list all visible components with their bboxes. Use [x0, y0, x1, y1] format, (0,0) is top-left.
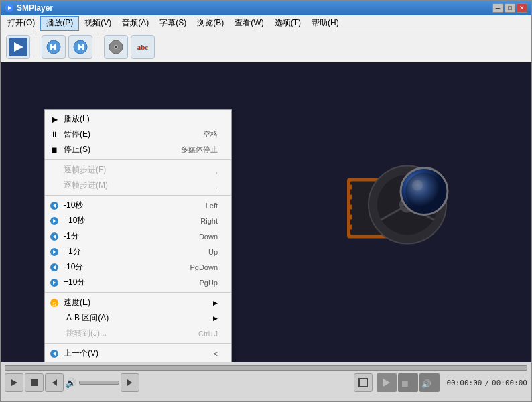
back10s-label: -10秒: [64, 200, 192, 211]
menu-sep-4: [45, 343, 231, 344]
time-current: 00:00:00: [446, 379, 482, 387]
menu-entry-wrap-fwd10s: +10秒 Right: [45, 213, 231, 228]
menu-sep-2: [45, 195, 231, 196]
menu-entry-back10s[interactable]: -10秒 Left: [45, 198, 231, 213]
progress-track[interactable]: [5, 365, 527, 371]
menu-browse[interactable]: 浏览(B): [192, 16, 229, 31]
title-bar-buttons: ─ □ ✕: [492, 3, 527, 13]
back1m-shortcut: Down: [199, 232, 218, 241]
menu-entry-wrap-speed: S 速度(E): [45, 295, 231, 310]
menu-entry-prev[interactable]: 上一个(V) <: [45, 346, 231, 361]
menu-entry-frame-fwd[interactable]: 逐帧步进(M) .: [45, 178, 231, 193]
fwd10s-label: +10秒: [64, 215, 187, 226]
close-button[interactable]: ✕: [517, 3, 527, 13]
fwd1m-icon: [49, 247, 60, 257]
menu-entry-frame-back[interactable]: 逐帧步进(F) ,: [45, 162, 231, 178]
maximize-button[interactable]: □: [505, 3, 515, 13]
svg-rect-19: [349, 225, 352, 230]
menu-entry-wrap-pause: ⏸ 暂停(E) 空格: [45, 127, 231, 142]
stop-ctrl-button[interactable]: [25, 373, 44, 392]
svg-marker-55: [52, 379, 57, 386]
volume-area: 🔊: [65, 377, 119, 388]
fwd10m-label: +10分: [64, 277, 186, 288]
menu-entry-abloop[interactable]: A-B 区间(A): [45, 310, 231, 326]
volume-icon: 🔊: [65, 377, 76, 388]
goto-shortcut: Ctrl+J: [198, 330, 218, 338]
fullscreen-button[interactable]: [354, 373, 373, 392]
window-title: SMPlayer: [17, 3, 53, 13]
menu-view[interactable]: 查看(W): [229, 16, 269, 31]
menu-entry-wrap-fwd10m: +10分 PgUp: [45, 275, 231, 290]
menu-sep-1: [45, 159, 231, 160]
toolbar-sep-2: [98, 37, 98, 57]
abloop-label: A-B 区间(A): [64, 312, 206, 324]
play-dropdown-menu: ▶ 播放(L) ⏸ 暂停(E) 空格 ⏹ 停止(S) 多媒体停止: [44, 109, 232, 362]
title-bar-left: SMPlayer: [5, 3, 53, 13]
pause-shortcut: 空格: [203, 129, 218, 139]
svg-rect-6: [50, 44, 52, 50]
subtitle-button[interactable]: abc: [131, 35, 155, 59]
prev-ctrl-button[interactable]: [45, 373, 64, 392]
menu-entry-fwd10m[interactable]: +10分 PgUp: [45, 275, 231, 290]
menu-audio[interactable]: 音频(A): [117, 16, 154, 31]
menu-play[interactable]: 播放(P): [40, 16, 79, 31]
menu-entry-wrap-frame-back: 逐帧步进(F) ,: [45, 162, 231, 178]
menu-subtitle[interactable]: 字幕(S): [154, 16, 192, 31]
menu-entry-pause[interactable]: ⏸ 暂停(E) 空格: [45, 127, 231, 142]
menu-entry-wrap-fwd1m: +1分 Up: [45, 244, 231, 259]
svg-point-33: [405, 173, 443, 210]
next-ctrl-button[interactable]: [121, 373, 139, 392]
back10m-icon: [49, 262, 60, 273]
prev-button[interactable]: [42, 35, 66, 59]
menu-entry-wrap-frame-fwd: 逐帧步进(M) .: [45, 178, 231, 193]
playback-controls: 🔊: [5, 373, 527, 392]
pause-label: 暂停(E): [64, 129, 190, 140]
menu-entry-goto[interactable]: 跳转到(J)... Ctrl+J: [45, 326, 231, 341]
menu-entry-back10m[interactable]: -10分 PgDown: [45, 259, 231, 275]
menu-entry-wrap-abloop: A-B 区间(A): [45, 310, 231, 326]
logo-button: [6, 35, 30, 59]
svg-point-34: [412, 180, 423, 191]
frame-fwd-shortcut: .: [216, 182, 218, 190]
volume-track[interactable]: [79, 381, 119, 385]
play-ctrl-button[interactable]: [5, 373, 23, 392]
minimize-button[interactable]: ─: [492, 3, 503, 13]
speed-icon: S: [49, 297, 60, 308]
player-logo: [344, 161, 451, 264]
back10m-shortcut: PgDown: [190, 263, 218, 271]
fwd10s-icon: [49, 216, 60, 226]
prev-shortcut: <: [214, 350, 218, 358]
menu-entry-fwd10s[interactable]: +10秒 Right: [45, 213, 231, 228]
menu-entry-wrap-play: ▶ 播放(L): [45, 111, 231, 127]
subtitle-icon-label: abc: [137, 43, 149, 51]
menu-open[interactable]: 打开(O): [2, 16, 40, 31]
pause-icon: ⏸: [49, 129, 60, 140]
svg-rect-15: [349, 185, 352, 190]
menu-entry-play[interactable]: ▶ 播放(L): [45, 111, 231, 127]
menu-entry-wrap-prev: 上一个(V) <: [45, 346, 231, 361]
menu-options[interactable]: 选项(T): [269, 16, 306, 31]
dvd-button[interactable]: [104, 35, 128, 59]
menu-help[interactable]: 帮助(H): [306, 16, 344, 31]
app-icon: [5, 3, 14, 13]
back10s-icon: [49, 200, 60, 211]
menubar: 打开(O) 播放(P) 视频(V) 音频(A) 字幕(S) 浏览(B) 查看(W…: [1, 15, 531, 31]
prev-icon: [49, 348, 60, 359]
menu-entry-stop[interactable]: ⏹ 停止(S) 多媒体停止: [45, 142, 231, 157]
back1m-icon: [49, 231, 60, 242]
menu-entry-wrap-goto: 跳转到(J)... Ctrl+J: [45, 326, 231, 341]
prev-label: 上一个(V): [64, 348, 200, 359]
next-button[interactable]: [68, 35, 92, 59]
svg-rect-18: [349, 215, 352, 220]
menu-entry-back1m[interactable]: -1分 Down: [45, 228, 231, 244]
menu-video[interactable]: 视频(V): [79, 16, 117, 31]
svg-text:⏹: ⏹: [400, 378, 409, 389]
menu-entry-fwd1m[interactable]: +1分 Up: [45, 244, 231, 259]
title-bar: SMPlayer ─ □ ✕: [1, 1, 531, 15]
menu-entry-next[interactable]: 下一个(N) >: [45, 361, 231, 362]
back10m-label: -10分: [64, 261, 176, 273]
svg-rect-17: [349, 205, 352, 210]
svg-rect-9: [82, 44, 84, 50]
menu-entry-speed[interactable]: S 速度(E): [45, 295, 231, 310]
fwd1m-shortcut: Up: [208, 248, 218, 256]
